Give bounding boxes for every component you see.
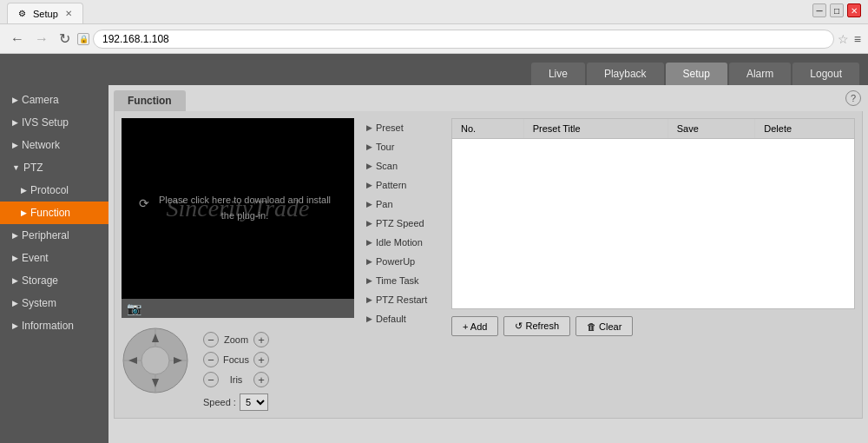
peripheral-arrow-icon: ▶ — [12, 231, 18, 240]
sidebar-item-information[interactable]: ▶ Information — [0, 314, 108, 337]
screenshot-icon[interactable]: 📷 — [127, 301, 141, 315]
sidebar-item-storage[interactable]: ▶ Storage — [0, 269, 108, 292]
ptz-down-button[interactable] — [147, 375, 164, 393]
ivs-arrow-icon: ▶ — [12, 118, 18, 127]
focus-row: − Focus + — [203, 352, 269, 367]
close-icon[interactable]: ✕ — [847, 3, 861, 17]
timetask-arrow-icon: ▶ — [366, 276, 372, 285]
sidebar-item-ptz[interactable]: ▼ PTZ — [0, 156, 108, 179]
network-arrow-icon: ▶ — [12, 141, 18, 149]
idle-arrow-icon: ▶ — [366, 238, 372, 247]
iris-plus-button[interactable]: + — [253, 372, 269, 387]
ptz-left-button[interactable] — [123, 352, 141, 369]
speed-row: Speed : 1234 5678 — [203, 393, 269, 411]
focus-label: Focus — [222, 354, 250, 365]
menu-item-scan[interactable]: ▶ Scan — [359, 156, 446, 175]
ptz-up-button[interactable] — [147, 328, 164, 346]
sidebar-item-peripheral[interactable]: ▶ Peripheral — [0, 224, 108, 247]
ptz-adjustments: − Zoom + − Focus + − Iris — [203, 332, 269, 411]
preset-arrow-icon: ▶ — [366, 123, 372, 132]
preset-section: No. Preset Title Save Delete — [451, 118, 855, 411]
nav-tab-live[interactable]: Live — [531, 63, 585, 85]
preset-table-container: No. Preset Title Save Delete — [451, 118, 855, 309]
speed-label: Speed : — [203, 397, 236, 407]
nav-tab-logout[interactable]: Logout — [792, 63, 859, 85]
preset-actions: + Add ↺ Refresh 🗑 Clear — [451, 316, 855, 336]
col-preset-title: Preset Title — [523, 119, 667, 139]
plugin-text: Please click here to download and instal… — [153, 193, 337, 223]
menu-item-pattern[interactable]: ▶ Pattern — [359, 175, 446, 195]
menu-item-ptz-speed[interactable]: ▶ PTZ Speed — [359, 214, 446, 233]
sidebar-item-network[interactable]: ▶ Network — [0, 134, 108, 156]
nav-tab-playback[interactable]: Playback — [587, 63, 664, 85]
tab-close-icon[interactable]: ✕ — [65, 9, 72, 18]
video-ptz-section: SincerityTrade ⟳ Please click here to do… — [122, 118, 354, 411]
tour-arrow-icon: ▶ — [366, 142, 372, 151]
refresh-button[interactable]: ↺ Refresh — [503, 316, 570, 336]
event-arrow-icon: ▶ — [12, 254, 18, 262]
col-no: No. — [452, 119, 523, 139]
minimize-icon[interactable]: ─ — [812, 3, 826, 17]
sidebar: ▶ Camera ▶ IVS Setup ▶ Network ▼ PTZ ▶ P… — [0, 85, 108, 443]
menu-item-pan[interactable]: ▶ Pan — [359, 195, 446, 214]
sidebar-item-camera[interactable]: ▶ Camera — [0, 89, 108, 111]
refresh-circle-icon: ⟳ — [139, 194, 149, 213]
menu-item-idle-motion[interactable]: ▶ Idle Motion — [359, 233, 446, 252]
forward-button[interactable]: → — [31, 30, 52, 49]
video-container[interactable]: SincerityTrade ⟳ Please click here to do… — [122, 118, 354, 299]
reload-button[interactable]: ↻ — [56, 29, 74, 49]
sidebar-item-function[interactable]: ▶ Function — [0, 202, 108, 224]
pattern-arrow-icon: ▶ — [366, 181, 372, 189]
clear-button[interactable]: 🗑 Clear — [575, 316, 633, 336]
ptz-arrow-icon: ▼ — [12, 163, 20, 172]
maximize-icon[interactable]: □ — [830, 3, 844, 17]
menu-item-preset[interactable]: ▶ Preset — [359, 118, 446, 137]
menu-item-tour[interactable]: ▶ Tour — [359, 137, 446, 156]
focus-minus-button[interactable]: − — [203, 352, 219, 367]
back-button[interactable]: ← — [7, 30, 28, 49]
menu-item-time-task[interactable]: ▶ Time Task — [359, 271, 446, 290]
powerup-arrow-icon: ▶ — [366, 257, 372, 266]
menu-item-powerup[interactable]: ▶ PowerUp — [359, 252, 446, 271]
ptz-controls: − Zoom + − Focus + − Iris — [122, 327, 354, 411]
content-area: ? Function SincerityTrade ⟳ Please click… — [108, 85, 868, 443]
tab-favicon: ⚙ — [18, 9, 26, 18]
scan-arrow-icon: ▶ — [366, 162, 372, 170]
function-body: SincerityTrade ⟳ Please click here to do… — [114, 111, 863, 419]
browser-titlebar: ⚙ Setup ✕ ─ □ ✕ — [0, 0, 868, 24]
sidebar-item-system[interactable]: ▶ System — [0, 292, 108, 314]
nav-tab-alarm[interactable]: Alarm — [729, 63, 791, 85]
app-container: Live Playback Setup Alarm Logout ▶ Camer… — [0, 54, 868, 443]
sidebar-item-protocol[interactable]: ▶ Protocol — [0, 179, 108, 202]
focus-plus-button[interactable]: + — [253, 352, 269, 367]
info-arrow-icon: ▶ — [12, 321, 18, 330]
iris-minus-button[interactable]: − — [203, 372, 219, 387]
preset-table: No. Preset Title Save Delete — [452, 119, 854, 139]
ptz-right-button[interactable] — [170, 352, 187, 369]
ssl-icon: 🔒 — [77, 33, 89, 45]
browser-tab[interactable]: ⚙ Setup ✕ — [7, 3, 83, 23]
menu-item-default[interactable]: ▶ Default — [359, 309, 446, 328]
camera-arrow-icon: ▶ — [12, 96, 18, 104]
nav-tab-setup[interactable]: Setup — [666, 63, 727, 85]
bookmark-icon[interactable]: ☆ — [838, 32, 849, 46]
add-button[interactable]: + Add — [451, 316, 498, 336]
zoom-plus-button[interactable]: + — [253, 332, 269, 347]
speed-select[interactable]: 1234 5678 — [240, 393, 268, 411]
sidebar-item-event[interactable]: ▶ Event — [0, 247, 108, 269]
help-icon[interactable]: ? — [845, 90, 861, 106]
menu-item-ptz-restart[interactable]: ▶ PTZ Restart — [359, 290, 446, 309]
address-bar[interactable] — [93, 30, 834, 49]
zoom-label: Zoom — [222, 334, 250, 345]
video-plugin-message[interactable]: ⟳ Please click here to download and inst… — [122, 193, 354, 223]
zoom-minus-button[interactable]: − — [203, 332, 219, 347]
default-arrow-icon: ▶ — [366, 314, 372, 323]
iris-row: − Iris + — [203, 372, 269, 387]
settings-icon[interactable]: ≡ — [854, 32, 861, 46]
iris-label: Iris — [222, 374, 250, 385]
function-tab-label[interactable]: Function — [114, 90, 186, 111]
sidebar-item-ivs-setup[interactable]: ▶ IVS Setup — [0, 111, 108, 134]
main-layout: ▶ Camera ▶ IVS Setup ▶ Network ▼ PTZ ▶ P… — [0, 85, 868, 443]
protocol-arrow-icon: ▶ — [21, 186, 27, 195]
function-arrow-icon: ▶ — [21, 208, 27, 217]
